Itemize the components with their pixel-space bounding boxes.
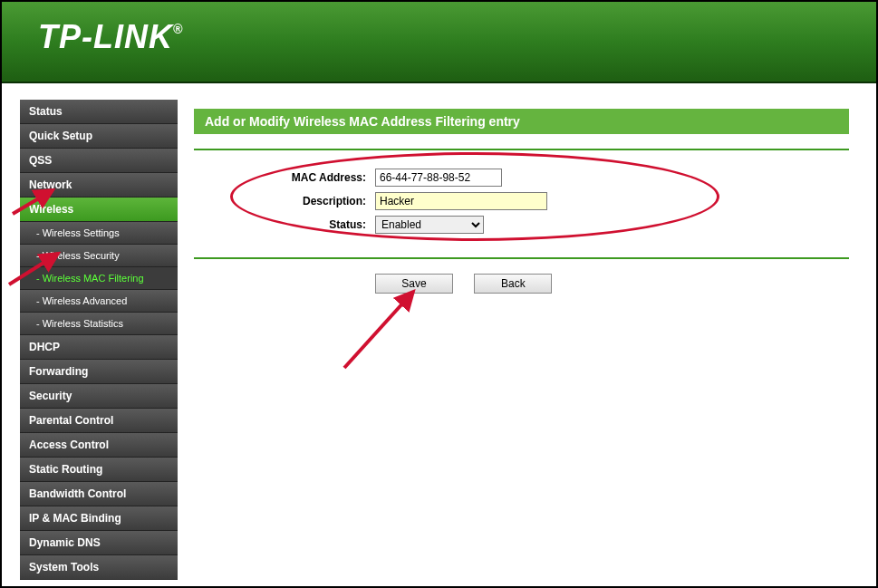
nav-quick-setup[interactable]: Quick Setup <box>20 124 178 149</box>
description-label: Description: <box>194 195 375 207</box>
nav-wireless-advanced[interactable]: - Wireless Advanced <box>20 290 178 313</box>
registered-mark: ® <box>173 22 183 36</box>
nav-system-tools[interactable]: System Tools <box>20 555 178 580</box>
nav-security[interactable]: Security <box>20 384 178 409</box>
nav-status[interactable]: Status <box>20 100 178 124</box>
divider-top <box>194 149 849 150</box>
page-title: Add or Modify Wireless MAC Address Filte… <box>194 109 849 134</box>
mac-address-label: MAC Address: <box>194 171 375 184</box>
nav-wireless-security[interactable]: - Wireless Security <box>20 245 178 267</box>
nav-dynamic-dns[interactable]: Dynamic DNS <box>20 531 178 555</box>
nav-access-control[interactable]: Access Control <box>20 433 178 458</box>
content-panel: Add or Modify Wireless MAC Address Filte… <box>178 83 876 586</box>
status-label: Status: <box>194 218 375 231</box>
nav-parental-control[interactable]: Parental Control <box>20 409 178 433</box>
status-select[interactable]: Enabled <box>375 216 484 234</box>
brand-logo: TP-LINK® <box>38 18 876 56</box>
nav-wireless-mac-filtering[interactable]: - Wireless MAC Filtering <box>20 267 178 290</box>
form-area: MAC Address: Description: Status: Enable… <box>194 165 849 243</box>
nav-dhcp[interactable]: DHCP <box>20 335 178 360</box>
nav-forwarding[interactable]: Forwarding <box>20 360 178 384</box>
header: TP-LINK® <box>2 2 876 83</box>
nav-bandwidth-control[interactable]: Bandwidth Control <box>20 482 178 506</box>
nav-network[interactable]: Network <box>20 173 178 198</box>
description-input[interactable] <box>375 192 547 210</box>
nav-wireless-statistics[interactable]: - Wireless Statistics <box>20 313 178 335</box>
button-row: Save Back <box>194 274 849 294</box>
nav-menu: Status Quick Setup QSS Network Wireless … <box>20 100 178 580</box>
brand-text: TP-LINK <box>38 18 173 55</box>
nav-static-routing[interactable]: Static Routing <box>20 458 178 482</box>
nav-ip-mac-binding[interactable]: IP & MAC Binding <box>20 506 178 531</box>
sidebar: Status Quick Setup QSS Network Wireless … <box>2 83 178 586</box>
save-button[interactable]: Save <box>375 274 453 294</box>
nav-wireless-settings[interactable]: - Wireless Settings <box>20 222 178 245</box>
mac-address-input[interactable] <box>375 169 502 187</box>
nav-qss[interactable]: QSS <box>20 149 178 173</box>
back-button[interactable]: Back <box>474 274 552 294</box>
nav-wireless[interactable]: Wireless <box>20 198 178 222</box>
divider-bottom <box>194 257 849 259</box>
